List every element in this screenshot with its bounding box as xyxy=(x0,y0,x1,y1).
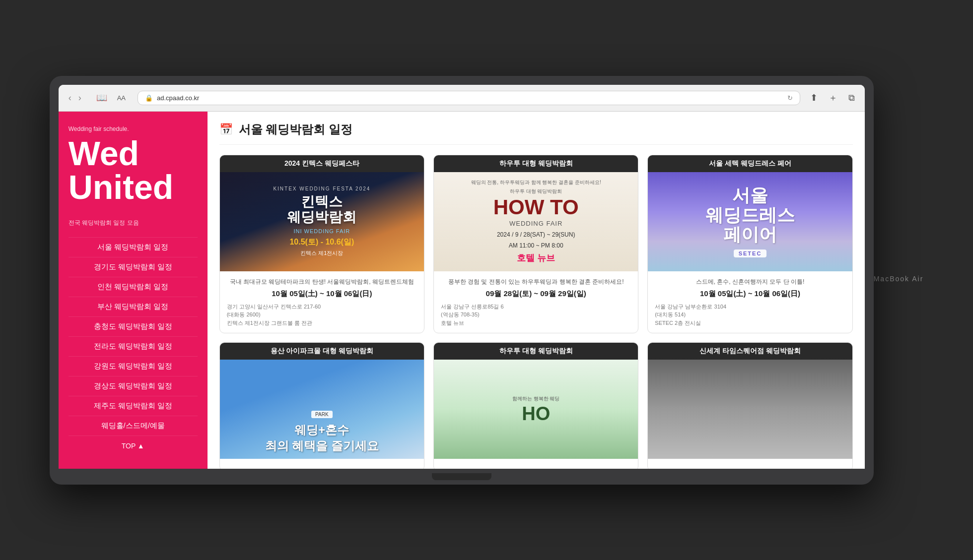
sidebar-title: Wed United xyxy=(69,136,198,204)
share-icon[interactable]: ⬆ xyxy=(810,92,818,103)
lock-icon: 🔒 xyxy=(145,94,153,102)
browser-icons-right: ⬆ ＋ ⧉ xyxy=(810,92,855,104)
howto-big-title: HOW TO xyxy=(493,197,579,218)
card-howto[interactable]: 하우투 대형 웨딩박람회 웨딩의 전통, 하우투웨딩과 함께 행복한 결혼을 준… xyxy=(433,155,638,334)
card-howto2[interactable]: 하우투 대형 웨딩박람회 함께하는 행복한 웨딩 HO xyxy=(433,342,638,469)
card-setec-desc: 스드메, 혼수, 신혼여행까지 모두 단 이틀! xyxy=(655,277,845,286)
sidebar-item-busan[interactable]: 부산 웨딩박람회 일정 xyxy=(69,297,198,317)
card-howto2-image: 함께하는 행복한 웨딩 HO xyxy=(434,360,638,459)
yongsan-title: 웨딩+혼수최의 혜택을 즐기세요 xyxy=(265,422,379,454)
calendar-icon: 📅 xyxy=(219,123,233,136)
card-shinsegae[interactable]: 신세계 타임스퀘어점 웨딩박람회 xyxy=(647,342,852,469)
card-yongsan-header: 용산 아이파크몰 대형 웨딩박람회 xyxy=(220,343,424,360)
sidebar-item-wedding-hall[interactable]: 웨딩홀/스드메/예물 xyxy=(69,416,198,436)
card-yongsan-body xyxy=(220,459,424,469)
new-tab-icon[interactable]: ＋ xyxy=(829,92,837,104)
url-text: ad.cpaad.co.kr xyxy=(157,94,199,102)
bookmarks-icon[interactable]: 📖 xyxy=(96,92,107,103)
card-howto-address: 서울 강남구 선릉로85길 6 (역삼동 708-35) 호텔 뉴브 xyxy=(441,303,631,327)
card-howto2-header: 하우투 대형 웨딩박람회 xyxy=(434,343,638,360)
card-howto-image: 웨딩의 전통, 하우투웨딩과 함께 행복한 결혼을 준비하세요! 하우투 대형 … xyxy=(434,172,638,271)
card-howto-desc: 풍부한 경험 및 전통이 있는 하우투웨딩과 행복한 결혼 준비하세요! xyxy=(441,277,631,286)
card-setec[interactable]: 서울 세텍 웨딩드레스 페어 서울웨딩드레스페이어 SETEC 스드메, 혼수,… xyxy=(647,155,852,334)
card-setec-image: 서울웨딩드레스페이어 SETEC xyxy=(648,172,852,271)
browser-chrome: ‹ › 📖 AA 🔒 ad.cpaad.co.kr ↻ ⬆ ＋ ⧉ xyxy=(59,85,865,112)
cards-grid: 2024 킨텍스 웨딩페스타 KINTEX WEDDING FESTA 2024… xyxy=(219,155,853,469)
howto-addr2: (역삼동 708-35) xyxy=(441,311,631,319)
card-howto-header: 하우투 대형 웨딩박람회 xyxy=(434,155,638,172)
card-setec-date: 10월 05일(土) ~ 10월 06일(日) xyxy=(655,289,845,299)
card-howto-body: 풍부한 경험 및 전통이 있는 하우투웨딩과 행복한 결혼 준비하세요! 09월… xyxy=(434,271,638,333)
card-setec-body: 스드메, 혼수, 신혼여행까지 모두 단 이틀! 10월 05일(土) ~ 10… xyxy=(648,271,852,333)
howto2-title: HO xyxy=(522,404,550,423)
card-shinsegae-header: 신세계 타임스퀘어점 웨딩박람회 xyxy=(648,343,852,360)
reload-icon[interactable]: ↻ xyxy=(787,94,793,102)
card-shinsegae-body xyxy=(648,459,852,469)
card-kintex-body: 국내 최대규모 웨딩테마파크의 탄생! 서울웨딩박람회, 웨딩트렌드체험 10월… xyxy=(220,271,424,333)
kintex-addr2: (대화동 2600) xyxy=(227,311,417,319)
forward-button[interactable]: › xyxy=(78,93,81,103)
sidebar-desc: 전국 웨딩박람회 일정 모음 xyxy=(69,219,198,227)
laptop-screen: ‹ › 📖 AA 🔒 ad.cpaad.co.kr ↻ ⬆ ＋ ⧉ Weddin xyxy=(59,85,865,469)
kintex-ko-title: 킨텍스웨딩박람회 xyxy=(287,194,356,225)
sidebar-item-seoul[interactable]: 서울 웨딩박람회 일정 xyxy=(69,237,198,257)
sidebar-item-jeolla[interactable]: 전라도 웨딩박람회 일정 xyxy=(69,337,198,357)
card-kintex-address: 경기 고양시 일산서구 킨텍스로 217-60 (대화동 2600) 킨텍스 제… xyxy=(227,303,417,327)
laptop-bottom xyxy=(59,469,865,485)
sidebar-item-gyeongsang[interactable]: 경상도 웨딩박람회 일정 xyxy=(69,376,198,396)
sidebar-item-chungcheong[interactable]: 충청도 웨딩박람회 일정 xyxy=(69,317,198,337)
card-kintex[interactable]: 2024 킨텍스 웨딩페스타 KINTEX WEDDING FESTA 2024… xyxy=(219,155,424,334)
card-setec-address: 서울 강남구 남부순환로 3104 (대치동 514) SETEC 2층 전시실 xyxy=(655,303,845,327)
setec-addr2: (대치동 514) xyxy=(655,311,845,319)
card-kintex-image: KINTEX WEDDING FESTA 2024 킨텍스웨딩박람회 INI W… xyxy=(220,172,424,271)
setec-addr3: SETEC 2층 전시실 xyxy=(655,319,845,327)
howto2-small: 함께하는 행복한 웨딩 xyxy=(512,395,560,402)
sidebar-item-jeju[interactable]: 제주도 웨딩박람회 일정 xyxy=(69,396,198,416)
sidebar-item-incheon[interactable]: 인천 웨딩박람회 일정 xyxy=(69,277,198,297)
laptop-notch xyxy=(432,473,491,480)
card-howto2-body xyxy=(434,459,638,469)
laptop-frame: ‹ › 📖 AA 🔒 ad.cpaad.co.kr ↻ ⬆ ＋ ⧉ Weddin xyxy=(50,76,874,485)
card-kintex-date: 10월 05일(土) ~ 10월 06일(日) xyxy=(227,289,417,299)
page-title: 서울 웨딩박람회 일정 xyxy=(239,122,352,137)
sidebar-subtitle: Wedding fair schedule. xyxy=(69,125,198,132)
howto-sub: WEDDING FAIR xyxy=(509,220,562,227)
sidebar-menu: 서울 웨딩박람회 일정 경기도 웨딩박람회 일정 인천 웨딩박람회 일정 부산 … xyxy=(69,237,198,436)
setec-addr1: 서울 강남구 남부순환로 3104 xyxy=(655,303,845,311)
howto-label: 하우투 대형 웨딩박람회 xyxy=(510,188,562,195)
card-kintex-desc: 국내 최대규모 웨딩테마파크의 탄생! 서울웨딩박람회, 웨딩트렌드체험 xyxy=(227,277,417,286)
page-header: 📅 서울 웨딩박람회 일정 xyxy=(219,122,853,145)
address-bar[interactable]: 🔒 ad.cpaad.co.kr ↻ xyxy=(138,91,800,105)
macbook-label: MacBook Air xyxy=(874,268,924,293)
card-kintex-header: 2024 킨텍스 웨딩페스타 xyxy=(220,155,424,172)
page-content: Wedding fair schedule. Wed United 전국 웨딩박… xyxy=(59,112,865,469)
kintex-img-date: 10.5(토) - 10.6(일) xyxy=(289,237,354,248)
yongsan-park-tag: PARK xyxy=(311,411,333,418)
browser-icons-left: 📖 xyxy=(96,92,107,103)
sidebar: Wedding fair schedule. Wed United 전국 웨딩박… xyxy=(59,112,208,469)
kintex-addr3: 킨텍스 제1전시장 그랜드볼 룸 전관 xyxy=(227,319,417,327)
howto-img-time: AM 11:00 ~ PM 8:00 xyxy=(509,242,563,249)
aa-label[interactable]: AA xyxy=(117,94,126,102)
sidebar-top-button[interactable]: TOP ▲ xyxy=(69,442,198,450)
howto-venue: 호텔 뉴브 xyxy=(517,252,555,264)
kintex-subtitle: INI WEDDING FAIR xyxy=(293,228,350,234)
card-yongsan-image: PARK 웨딩+혼수최의 혜택을 즐기세요 xyxy=(220,360,424,459)
howto-addr3: 호텔 뉴브 xyxy=(441,319,631,327)
sidebar-item-gyeonggi[interactable]: 경기도 웨딩박람회 일정 xyxy=(69,257,198,277)
setec-title: 서울웨딩드레스페이어 xyxy=(705,186,795,245)
howto-small-text: 웨딩의 전통, 하우투웨딩과 함께 행복한 결혼을 준비하세요! xyxy=(471,179,601,186)
back-button[interactable]: ‹ xyxy=(69,93,71,103)
setec-badge: SETEC xyxy=(734,249,767,257)
tabs-icon[interactable]: ⧉ xyxy=(848,93,855,103)
card-setec-header: 서울 세텍 웨딩드레스 페어 xyxy=(648,155,852,172)
howto-img-date: 2024 / 9 / 28(SAT) ~ 29(SUN) xyxy=(497,231,575,238)
main-area[interactable]: 📅 서울 웨딩박람회 일정 2024 킨텍스 웨딩페스타 KINTEX WEDD… xyxy=(208,112,865,469)
card-yongsan[interactable]: 용산 아이파크몰 대형 웨딩박람회 PARK 웨딩+혼수최의 혜택을 즐기세요 xyxy=(219,342,424,469)
howto-addr1: 서울 강남구 선릉로85길 6 xyxy=(441,303,631,311)
kintex-img-location: 킨텍스 제1전시장 xyxy=(300,249,343,257)
sidebar-item-gangwon[interactable]: 강원도 웨딩박람회 일정 xyxy=(69,357,198,376)
card-howto-date: 09월 28일(토) ~ 09월 29일(일) xyxy=(441,289,631,299)
card-shinsegae-image xyxy=(648,360,852,459)
kintex-en-title: KINTEX WEDDING FESTA 2024 xyxy=(273,186,370,191)
